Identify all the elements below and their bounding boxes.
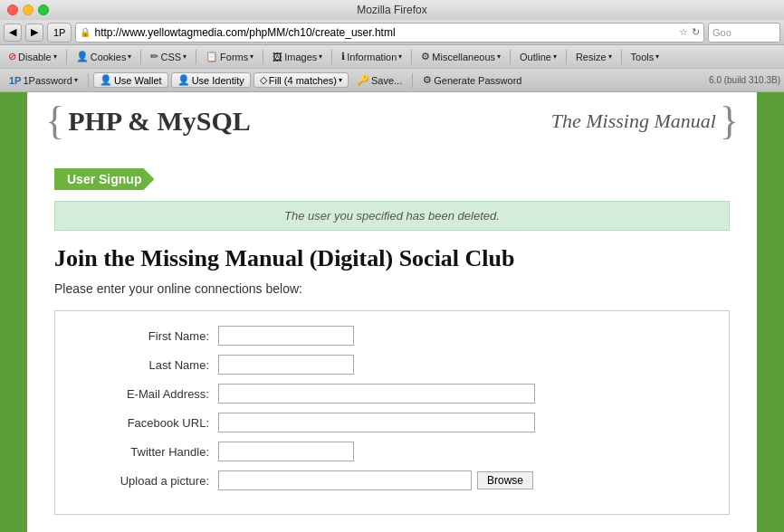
forward-button[interactable]: ▶ (25, 24, 43, 42)
tools-button[interactable]: Tools ▾ (626, 51, 664, 63)
brace-close-icon: } (720, 101, 739, 141)
separator (566, 50, 567, 64)
separator (88, 73, 89, 88)
email-label: E-Mail Address: (73, 387, 218, 401)
brace-open-icon: { (45, 101, 64, 141)
version-label: 6.0 (build 310.3B) (709, 75, 780, 85)
twitter-label: Twitter Handle: (73, 445, 218, 459)
last-name-label: Last Name: (73, 358, 218, 372)
email-row: E-Mail Address: (73, 384, 711, 404)
twitter-row: Twitter Handle: (73, 442, 711, 461)
main-content: User Signup The user you specified has b… (27, 150, 757, 532)
first-name-row: First Name: (73, 326, 711, 346)
disable-button[interactable]: ⊘ Disable ▾ (4, 50, 62, 63)
facebook-input[interactable] (218, 413, 535, 432)
separator (66, 50, 67, 64)
separator (331, 50, 332, 64)
toolbar1: ⊘ Disable ▾ 👤 Cookies ▾ ✏ CSS ▾ 📋 Forms … (0, 45, 784, 69)
picture-label: Upload a picture: (73, 474, 218, 488)
address-input[interactable] (94, 26, 675, 39)
separator (621, 50, 622, 64)
email-input[interactable] (218, 384, 535, 404)
information-button[interactable]: ℹ Information ▾ (337, 50, 406, 63)
cookies-button[interactable]: 👤 Cookies ▾ (72, 50, 137, 63)
refresh-icon[interactable]: ↻ (692, 26, 700, 38)
save-button[interactable]: 🔑 Save... (351, 73, 407, 87)
site-header: { PHP & MySQL The Missing Manual } (27, 92, 757, 150)
site-title-area: { PHP & MySQL (45, 101, 251, 141)
facebook-row: Facebook URL: (73, 413, 711, 432)
site-title: PHP & MySQL (68, 106, 251, 137)
browse-row: Browse (218, 470, 533, 490)
site-subtitle: The Missing Manual (551, 109, 716, 133)
page-heading: Join the Missing Manual (Digital) Social… (54, 245, 730, 272)
browser-content: { PHP & MySQL The Missing Manual } User … (0, 92, 784, 532)
search-bar[interactable]: Goo (708, 23, 780, 43)
window-title: Mozilla Firefox (357, 4, 426, 16)
last-name-input[interactable] (218, 355, 354, 375)
separator (140, 50, 141, 64)
signup-banner: User Signup (54, 168, 154, 190)
use-wallet-button[interactable]: 👤 Use Wallet (93, 72, 168, 88)
twitter-input[interactable] (218, 442, 354, 461)
signup-form: First Name: Last Name: E-Mail Address: F… (54, 310, 730, 515)
address-bar[interactable]: 🔒 ☆ ↻ (75, 23, 704, 43)
images-button[interactable]: 🖼 Images ▾ (268, 51, 327, 63)
toolbar2: 1P 1Password ▾ 👤 Use Wallet 👤 Use Identi… (0, 69, 784, 92)
onepassword-button[interactable]: 1P 1Password ▾ (4, 74, 83, 87)
close-button[interactable] (7, 5, 18, 15)
browse-button[interactable]: Browse (477, 471, 533, 489)
onepassword-badge[interactable]: 1P (47, 23, 72, 43)
page-subtitle: Please enter your online connections bel… (54, 281, 730, 296)
bookmark-icon[interactable]: ☆ (679, 26, 688, 38)
separator (411, 50, 412, 64)
css-button[interactable]: ✏ CSS ▾ (146, 50, 191, 63)
use-identity-button[interactable]: 👤 Use Identity (171, 72, 251, 88)
fill-button[interactable]: ◇ Fill (4 matches) ▾ (253, 72, 349, 88)
maximize-button[interactable] (38, 5, 49, 15)
minimize-button[interactable] (23, 5, 33, 15)
first-name-label: First Name: (73, 329, 218, 343)
search-input[interactable]: Goo (712, 27, 731, 38)
forms-button[interactable]: 📋 Forms ▾ (201, 50, 258, 63)
title-bar: Mozilla Firefox (0, 0, 784, 20)
site-subtitle-area: The Missing Manual } (551, 101, 739, 141)
window-controls[interactable] (7, 5, 49, 15)
facebook-label: Facebook URL: (73, 416, 218, 430)
picture-row: Upload a picture: Browse (73, 470, 711, 490)
message-box: The user you specified has been deleted. (54, 201, 730, 231)
file-path-input[interactable] (218, 470, 472, 490)
separator (263, 50, 263, 64)
miscellaneous-button[interactable]: ⚙ Miscellaneous ▾ (416, 50, 505, 63)
generate-password-button[interactable]: ⚙ Generate Password (417, 73, 527, 87)
lock-icon: 🔒 (80, 27, 91, 37)
nav-bar: ◀ ▶ 1P 🔒 ☆ ↻ Goo (0, 20, 784, 45)
page-wrapper: { PHP & MySQL The Missing Manual } User … (0, 92, 784, 532)
back-button[interactable]: ◀ (4, 24, 22, 42)
last-name-row: Last Name: (73, 355, 711, 375)
separator (510, 50, 511, 64)
resize-button[interactable]: Resize ▾ (571, 51, 617, 63)
outline-button[interactable]: Outline ▾ (515, 51, 561, 63)
separator (196, 50, 196, 64)
separator (412, 73, 413, 88)
first-name-input[interactable] (218, 326, 354, 346)
